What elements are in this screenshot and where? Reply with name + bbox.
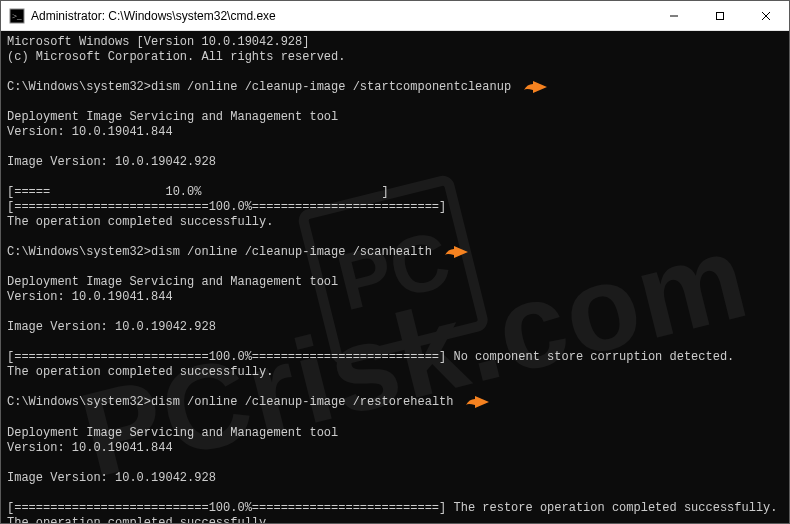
terminal-line <box>7 65 783 80</box>
terminal-line: Version: 10.0.19041.844 <box>7 125 783 140</box>
terminal-line <box>7 486 783 501</box>
terminal-area[interactable]: PC PCrisk.com Microsoft Windows [Version… <box>1 31 789 523</box>
terminal-line <box>7 230 783 245</box>
terminal-line: C:\Windows\system32>dism /online /cleanu… <box>7 80 783 95</box>
cmd-window: >_ Administrator: C:\Windows\system32\cm… <box>0 0 790 524</box>
terminal-line <box>7 95 783 110</box>
terminal-line <box>7 335 783 350</box>
terminal-line: Version: 10.0.19041.844 <box>7 441 783 456</box>
window-title: Administrator: C:\Windows\system32\cmd.e… <box>31 9 276 23</box>
terminal-line: Deployment Image Servicing and Managemen… <box>7 426 783 441</box>
terminal-line <box>7 140 783 155</box>
annotation-arrow-icon <box>521 80 545 94</box>
terminal-line: Microsoft Windows [Version 10.0.19042.92… <box>7 35 783 50</box>
terminal-line: [===========================100.0%======… <box>7 200 783 215</box>
terminal-line: Deployment Image Servicing and Managemen… <box>7 275 783 290</box>
annotation-arrow-icon <box>463 395 487 409</box>
terminal-line: The operation completed successfully. <box>7 516 783 523</box>
minimize-button[interactable] <box>651 1 697 31</box>
terminal-line <box>7 260 783 275</box>
terminal-line: (c) Microsoft Corporation. All rights re… <box>7 50 783 65</box>
titlebar[interactable]: >_ Administrator: C:\Windows\system32\cm… <box>1 1 789 31</box>
cmd-icon: >_ <box>9 8 25 24</box>
terminal-line: [===== 10.0% ] <box>7 185 783 200</box>
terminal-line: [===========================100.0%======… <box>7 350 783 365</box>
annotation-arrow-icon <box>442 245 466 259</box>
terminal-line <box>7 411 783 426</box>
terminal-line <box>7 380 783 395</box>
terminal-line <box>7 456 783 471</box>
terminal-line: Image Version: 10.0.19042.928 <box>7 155 783 170</box>
terminal-line: Version: 10.0.19041.844 <box>7 290 783 305</box>
maximize-button[interactable] <box>697 1 743 31</box>
terminal-line <box>7 170 783 185</box>
terminal-line: Image Version: 10.0.19042.928 <box>7 471 783 486</box>
terminal-line: The operation completed successfully. <box>7 365 783 380</box>
terminal-line: C:\Windows\system32>dism /online /cleanu… <box>7 245 783 260</box>
terminal-line <box>7 305 783 320</box>
terminal-line: Image Version: 10.0.19042.928 <box>7 320 783 335</box>
svg-text:>_: >_ <box>12 11 22 21</box>
terminal-line: C:\Windows\system32>dism /online /cleanu… <box>7 395 783 410</box>
terminal-line: Deployment Image Servicing and Managemen… <box>7 110 783 125</box>
close-button[interactable] <box>743 1 789 31</box>
svg-rect-3 <box>717 12 724 19</box>
terminal-line: The operation completed successfully. <box>7 215 783 230</box>
terminal-line: [===========================100.0%======… <box>7 501 783 516</box>
